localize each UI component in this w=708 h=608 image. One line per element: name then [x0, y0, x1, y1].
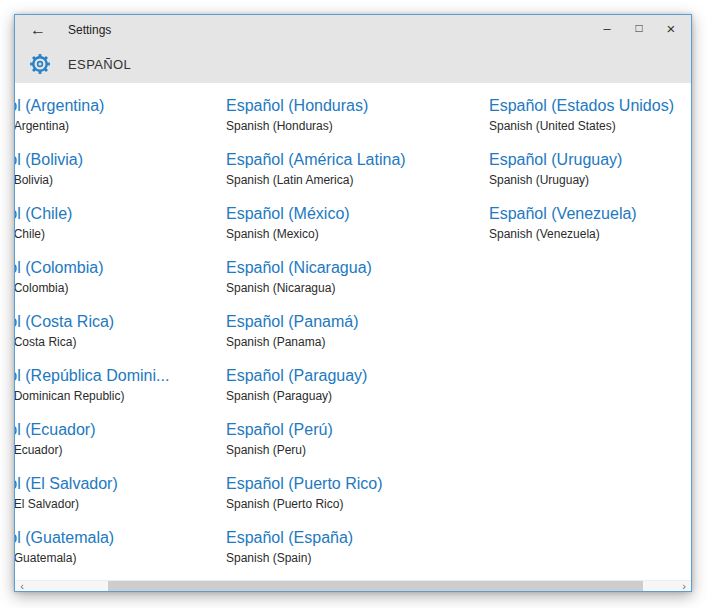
language-title: Español (Nicaragua) — [226, 258, 489, 278]
language-subtitle: Spanish (Latin America) — [226, 173, 489, 188]
language-item[interactable]: Español (América Latina) Spanish (Latin … — [226, 150, 489, 204]
page-title: ESPAÑOL — [68, 57, 131, 72]
language-item[interactable]: Español (Ecuador) Spanish (Ecuador) — [15, 420, 226, 474]
language-title: Español (Chile) — [15, 204, 226, 224]
language-title: Español (América Latina) — [226, 150, 489, 170]
chevron-left-icon: ‹ — [20, 580, 24, 592]
language-item[interactable]: Español (Puerto Rico) Spanish (Puerto Ri… — [226, 474, 489, 528]
language-subtitle: Spanish (United States) — [489, 119, 691, 134]
language-title: Español (Puerto Rico) — [226, 474, 489, 494]
language-title: Español (El Salvador) — [15, 474, 226, 494]
minimize-button[interactable]: – — [591, 13, 623, 47]
language-item[interactable]: Español (Colombia) Spanish (Colombia) — [15, 258, 226, 312]
language-subtitle: Spanish (Bolivia) — [15, 173, 226, 188]
settings-window: ← Settings – □ × — [14, 14, 692, 592]
language-subtitle: Spanish (Spain) — [226, 551, 489, 566]
close-button[interactable]: × — [655, 13, 687, 43]
language-item[interactable]: Español (Estados Unidos) Spanish (United… — [489, 96, 691, 150]
language-subtitle: Spanish (Honduras) — [226, 119, 489, 134]
language-item[interactable]: Español (Chile) Spanish (Chile) — [15, 204, 226, 258]
language-item[interactable]: Español (Costa Rica) Spanish (Costa Rica… — [15, 312, 226, 366]
language-subtitle: Spanish (Panama) — [226, 335, 489, 350]
language-item[interactable]: Español (Venezuela) Spanish (Venezuela) — [489, 204, 691, 258]
language-title: Español (México) — [226, 204, 489, 224]
maximize-button[interactable]: □ — [623, 13, 655, 43]
language-subtitle: Spanish (Uruguay) — [489, 173, 691, 188]
language-subtitle: Spanish (Peru) — [226, 443, 489, 458]
window-title: Settings — [68, 23, 111, 37]
language-title: Español (Honduras) — [226, 96, 489, 116]
language-title: Español (Perú) — [226, 420, 489, 440]
language-item[interactable]: Español (Paraguay) Spanish (Paraguay) — [226, 366, 489, 420]
language-item[interactable]: Español (Nicaragua) Spanish (Nicaragua) — [226, 258, 489, 312]
language-title: Español (Guatemala) — [15, 528, 226, 548]
language-item[interactable]: Español (Bolivia) Spanish (Bolivia) — [15, 150, 226, 204]
back-arrow-icon: ← — [30, 21, 46, 39]
language-item[interactable]: Español (Panamá) Spanish (Panama) — [226, 312, 489, 366]
language-title: Español (Venezuela) — [489, 204, 691, 224]
language-subtitle: Spanish (Mexico) — [226, 227, 489, 242]
scroll-left-arrow[interactable]: ‹ — [15, 581, 29, 591]
language-title: Español (Ecuador) — [15, 420, 226, 440]
maximize-icon: □ — [635, 21, 642, 35]
language-subtitle: Spanish (El Salvador) — [15, 497, 226, 512]
language-list-viewport: Español (Argentina) Spanish (Argentina) … — [15, 83, 691, 580]
window-controls: – □ × — [591, 13, 687, 47]
language-subtitle: Spanish (Costa Rica) — [15, 335, 226, 350]
title-bar: ← Settings – □ × — [15, 15, 691, 45]
language-title: Español (Costa Rica) — [15, 312, 226, 332]
language-subtitle: Spanish (Colombia) — [15, 281, 226, 296]
language-subtitle: Spanish (Chile) — [15, 227, 226, 242]
language-item[interactable]: Español (Argentina) Spanish (Argentina) — [15, 96, 226, 150]
language-item[interactable]: Español (Uruguay) Spanish (Uruguay) — [489, 150, 691, 204]
language-subtitle: Spanish (Nicaragua) — [226, 281, 489, 296]
language-item[interactable]: Español (Honduras) Spanish (Honduras) — [226, 96, 489, 150]
scrollbar-thumb[interactable] — [108, 581, 643, 591]
language-title: Español (Uruguay) — [489, 150, 691, 170]
close-icon: × — [667, 20, 676, 37]
language-title: Español (Estados Unidos) — [489, 96, 691, 116]
language-item[interactable]: Español (México) Spanish (Mexico) — [226, 204, 489, 258]
language-subtitle: Spanish (Puerto Rico) — [226, 497, 489, 512]
language-subtitle: Spanish (Argentina) — [15, 119, 226, 134]
chevron-right-icon: › — [682, 580, 686, 592]
language-subtitle: Spanish (Dominican Republic) — [15, 389, 226, 404]
gear-icon — [29, 53, 51, 75]
language-grid: Español (Argentina) Spanish (Argentina) … — [15, 96, 691, 580]
language-item[interactable]: Español (República Domini... Spanish (Do… — [15, 366, 226, 420]
language-title: Español (España) — [226, 528, 489, 548]
language-title: Español (Panamá) — [226, 312, 489, 332]
minimize-icon: – — [603, 21, 610, 36]
language-subtitle: Spanish (Ecuador) — [15, 443, 226, 458]
language-subtitle: Spanish (Guatemala) — [15, 551, 226, 566]
language-subtitle: Spanish (Venezuela) — [489, 227, 691, 242]
language-title: Español (Bolivia) — [15, 150, 226, 170]
language-item[interactable]: Español (España) Spanish (Spain) — [226, 528, 489, 580]
language-title: Español (Colombia) — [15, 258, 226, 278]
language-item[interactable]: Español (Perú) Spanish (Peru) — [226, 420, 489, 474]
language-title: Español (República Domini... — [15, 366, 226, 386]
language-item[interactable]: Español (Guatemala) Spanish (Guatemala) — [15, 528, 226, 580]
scroll-right-arrow[interactable]: › — [677, 581, 691, 591]
language-item[interactable]: Español (El Salvador) Spanish (El Salvad… — [15, 474, 226, 528]
page-header: ESPAÑOL — [15, 45, 691, 83]
back-button[interactable]: ← — [23, 15, 53, 45]
language-title: Español (Argentina) — [15, 96, 226, 116]
language-subtitle: Spanish (Paraguay) — [226, 389, 489, 404]
language-title: Español (Paraguay) — [226, 366, 489, 386]
horizontal-scrollbar[interactable]: ‹ › — [15, 580, 691, 591]
